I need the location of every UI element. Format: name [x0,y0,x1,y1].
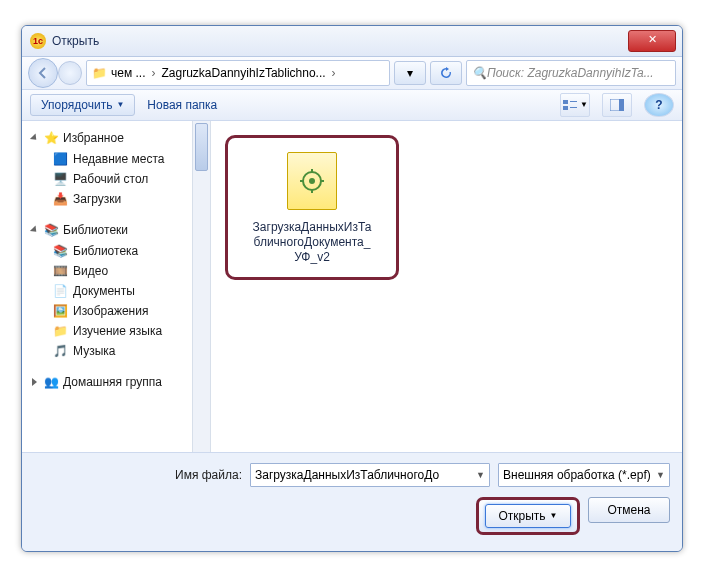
svg-rect-5 [619,99,624,111]
tree-item[interactable]: 📁Изучение языка [30,321,208,341]
file-label[interactable]: ЗагрузкаДанныхИзТабличногоДокумента_УФ_v… [252,220,372,265]
app-icon: 1c [30,33,46,49]
titlebar: 1c Открыть ✕ [22,26,682,57]
chevron-down-icon[interactable]: ▼ [550,511,558,520]
tree-group-favorites[interactable]: ⭐Избранное [30,127,208,149]
tree-item[interactable]: 📥Загрузки [30,189,208,209]
video-icon: 🎞️ [52,263,68,279]
tree-group-homegroup[interactable]: 👥Домашняя группа [30,371,208,393]
search-icon: 🔍 [471,65,487,81]
dialog-footer: Имя файла: ЗагрузкаДанныхИзТабличногоДо … [22,452,682,551]
filename-label: Имя файла: [175,468,242,482]
library-icon: 📚 [52,243,68,259]
homegroup-icon: 👥 [43,374,59,390]
filetype-filter[interactable]: Внешняя обработка (*.epf) ▼ [498,463,670,487]
tree-item[interactable]: 🖥️Рабочий стол [30,169,208,189]
nav-forward-button[interactable] [58,61,82,85]
breadcrumb-part[interactable]: ZagruzkaDannyihIzTablichno... [162,66,326,80]
file-icon[interactable] [287,152,337,210]
star-icon: ⭐ [43,130,59,146]
tree-item[interactable]: 📄Документы [30,281,208,301]
nav-bar: 📁 чем ... › ZagruzkaDannyihIzTablichno..… [22,57,682,90]
chevron-down-icon[interactable]: ▼ [476,470,485,480]
history-dropdown[interactable]: ▾ [394,61,426,85]
new-folder-button[interactable]: Новая папка [147,98,217,112]
documents-icon: 📄 [52,283,68,299]
folder-icon: 📁 [52,323,68,339]
file-list[interactable]: ЗагрузкаДанныхИзТабличногоДокумента_УФ_v… [211,121,682,452]
library-icon: 📚 [43,222,59,238]
tree-item[interactable]: 📚Библиотека [30,241,208,261]
tree-item[interactable]: 🟦Недавние места [30,149,208,169]
tree-item[interactable]: 🖼️Изображения [30,301,208,321]
chevron-icon: › [330,66,338,80]
svg-rect-2 [570,101,577,102]
recent-icon: 🟦 [52,151,68,167]
folder-icon: 📁 [91,65,107,81]
tree-item[interactable]: 🎞️Видео [30,261,208,281]
nav-back-button[interactable] [28,58,58,88]
tree-item[interactable]: 🎵Музыка [30,341,208,361]
open-dialog: 1c Открыть ✕ 📁 чем ... › ZagruzkaDannyih… [21,25,683,552]
search-placeholder: Поиск: ZagruzkaDannyihIzTa... [487,66,654,80]
close-button[interactable]: ✕ [628,30,676,52]
search-input[interactable]: 🔍 Поиск: ZagruzkaDannyihIzTa... [466,60,676,86]
chevron-icon: › [150,66,158,80]
preview-pane-button[interactable] [602,93,632,117]
view-button[interactable]: ▼ [560,93,590,117]
filename-value: ЗагрузкаДанныхИзТабличногоДо [255,468,439,482]
pictures-icon: 🖼️ [52,303,68,319]
window-title: Открыть [52,34,628,48]
refresh-button[interactable] [430,61,462,85]
svg-rect-0 [563,100,568,104]
desktop-icon: 🖥️ [52,171,68,187]
organize-button[interactable]: Упорядочить▼ [30,94,135,116]
svg-rect-3 [570,107,577,108]
nav-tree: ⭐Избранное 🟦Недавние места 🖥️Рабочий сто… [22,121,211,452]
tree-group-libraries[interactable]: 📚Библиотеки [30,219,208,241]
filename-input[interactable]: ЗагрузкаДанныхИзТабличногоДо ▼ [250,463,490,487]
highlighted-file: ЗагрузкаДанныхИзТабличногоДокумента_УФ_v… [225,135,399,280]
help-button[interactable]: ? [644,93,674,117]
tree-scrollbar[interactable] [192,121,210,452]
filter-value: Внешняя обработка (*.epf) [503,468,651,482]
open-button[interactable]: Открыть▼ [485,504,571,528]
svg-point-7 [309,178,315,184]
music-icon: 🎵 [52,343,68,359]
downloads-icon: 📥 [52,191,68,207]
svg-rect-1 [563,106,568,110]
breadcrumb[interactable]: 📁 чем ... › ZagruzkaDannyihIzTablichno..… [86,60,390,86]
open-highlight: Открыть▼ [476,497,580,535]
breadcrumb-part[interactable]: чем ... [111,66,146,80]
toolbar: Упорядочить▼ Новая папка ▼ ? [22,90,682,121]
chevron-down-icon[interactable]: ▼ [656,470,665,480]
cancel-button[interactable]: Отмена [588,497,670,523]
